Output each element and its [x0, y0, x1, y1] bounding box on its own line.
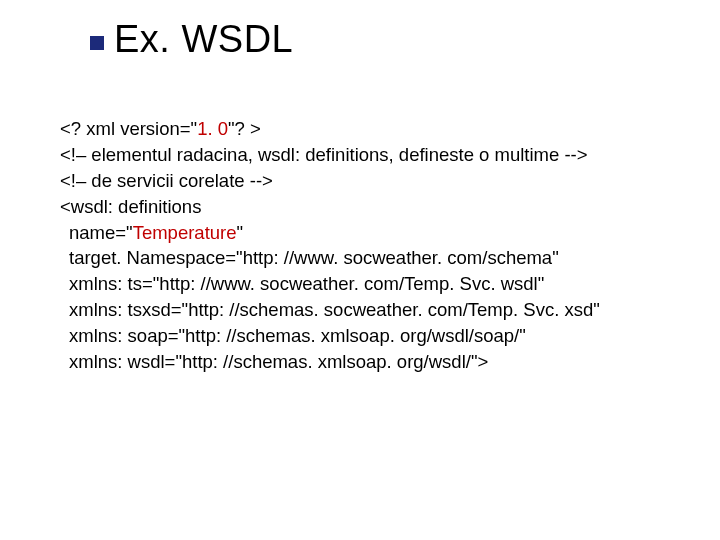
- slide-title: Ex. WSDL: [114, 18, 293, 61]
- code-content: <? xml version="1. 0"? > <!– elementul r…: [60, 116, 670, 375]
- title-area: Ex. WSDL: [90, 18, 670, 61]
- code-line: name="Temperature": [60, 220, 670, 246]
- code-text: "? >: [228, 118, 261, 139]
- code-line: <? xml version="1. 0"? >: [60, 116, 670, 142]
- code-line: xmlns: ts="http: //www. socweather. com/…: [60, 271, 670, 297]
- code-text: <? xml version=": [60, 118, 197, 139]
- slide-container: Ex. WSDL <? xml version="1. 0"? > <!– el…: [0, 0, 720, 540]
- code-line: <!– elementul radacina, wsdl: definition…: [60, 142, 670, 168]
- code-line: <!– de servicii corelate -->: [60, 168, 670, 194]
- code-line: xmlns: wsdl="http: //schemas. xmlsoap. o…: [60, 349, 670, 375]
- code-highlight: Temperature: [133, 222, 237, 243]
- code-line: xmlns: soap="http: //schemas. xmlsoap. o…: [60, 323, 670, 349]
- code-line: <wsdl: definitions: [60, 194, 670, 220]
- code-text: name=": [69, 222, 133, 243]
- code-line: target. Namespace="http: //www. socweath…: [60, 245, 670, 271]
- code-line: xmlns: tsxsd="http: //schemas. socweathe…: [60, 297, 670, 323]
- code-highlight: 1. 0: [197, 118, 228, 139]
- code-text: ": [237, 222, 244, 243]
- title-bullet-icon: [90, 36, 104, 50]
